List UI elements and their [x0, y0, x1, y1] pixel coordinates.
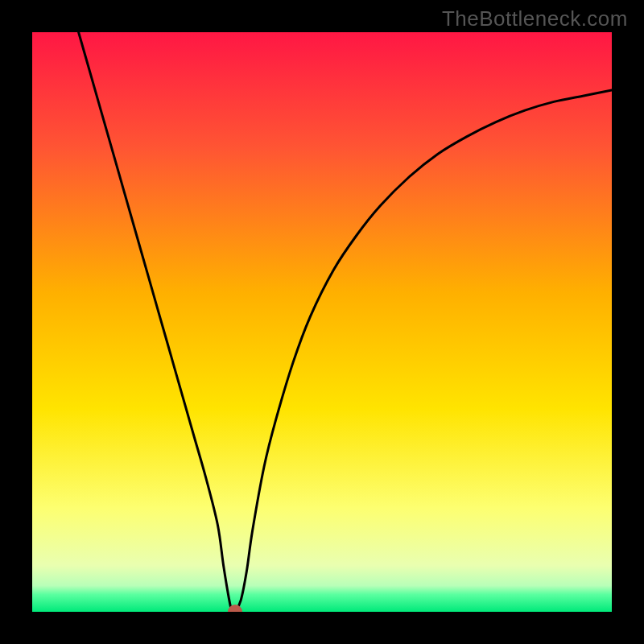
plot-area [32, 32, 612, 612]
chart-svg [32, 32, 612, 612]
gradient-background [32, 32, 612, 612]
chart-frame: TheBottleneck.com [0, 0, 644, 644]
watermark-text: TheBottleneck.com [442, 6, 628, 31]
